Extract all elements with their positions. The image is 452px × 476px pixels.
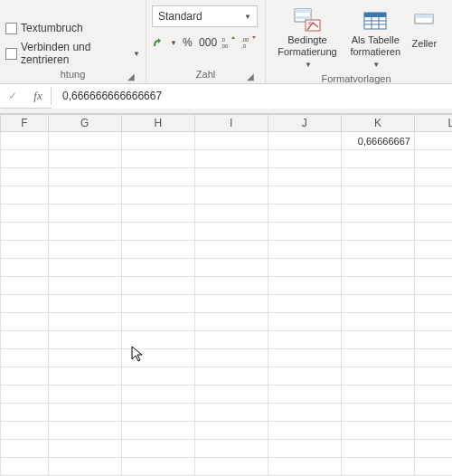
cell[interactable]: [48, 313, 121, 331]
cell[interactable]: [268, 440, 341, 458]
cell[interactable]: [1, 367, 49, 386]
cell[interactable]: [1, 186, 49, 205]
cell[interactable]: [341, 331, 414, 349]
cell[interactable]: [1, 168, 49, 186]
cell[interactable]: [194, 440, 268, 458]
cell[interactable]: [1, 440, 49, 458]
cell[interactable]: [268, 422, 341, 440]
cell[interactable]: [414, 150, 452, 168]
formula-input[interactable]: [52, 84, 452, 109]
cell[interactable]: [341, 259, 414, 277]
cell[interactable]: [194, 277, 268, 295]
cell[interactable]: [1, 313, 49, 331]
cell[interactable]: [121, 422, 194, 440]
cell[interactable]: [268, 205, 341, 223]
cell[interactable]: [268, 331, 341, 349]
cell[interactable]: [1, 241, 49, 259]
cell[interactable]: [268, 241, 341, 259]
cell[interactable]: [48, 186, 121, 205]
cell[interactable]: [48, 386, 121, 404]
cell[interactable]: [268, 150, 341, 168]
format-as-table-button[interactable]: Als Tabelle formatieren ▼: [344, 4, 408, 69]
cell[interactable]: [268, 223, 341, 241]
cell[interactable]: [414, 186, 452, 205]
cell[interactable]: [121, 132, 194, 150]
cell[interactable]: [48, 223, 121, 241]
cell[interactable]: [194, 313, 268, 331]
cell[interactable]: [268, 295, 341, 313]
dialog-launcher-icon[interactable]: ◢: [246, 72, 255, 81]
cell[interactable]: [268, 349, 341, 367]
cell[interactable]: [1, 295, 49, 313]
cell[interactable]: [121, 277, 194, 295]
cell[interactable]: [48, 331, 121, 349]
cell[interactable]: [48, 241, 121, 259]
confirm-button[interactable]: ✓: [0, 84, 25, 109]
cell[interactable]: [1, 458, 49, 476]
cell[interactable]: [194, 331, 268, 349]
cell[interactable]: [194, 458, 268, 476]
cell[interactable]: [121, 331, 194, 349]
number-format-combo[interactable]: Standard ▼: [152, 5, 258, 27]
cell[interactable]: [194, 132, 268, 150]
cell[interactable]: [414, 458, 452, 476]
cell[interactable]: [268, 386, 341, 404]
cell[interactable]: [48, 458, 121, 476]
cell[interactable]: [341, 367, 414, 386]
cell[interactable]: [341, 422, 414, 440]
cell[interactable]: [268, 367, 341, 386]
cell[interactable]: [341, 205, 414, 223]
cell[interactable]: [48, 295, 121, 313]
cell[interactable]: [1, 150, 49, 168]
column-header[interactable]: I: [194, 115, 268, 132]
currency-button[interactable]: ▼: [152, 33, 177, 52]
cell[interactable]: [121, 386, 194, 404]
cell[interactable]: [414, 295, 452, 313]
cell[interactable]: [1, 223, 49, 241]
cell[interactable]: [341, 349, 414, 367]
cell[interactable]: [341, 404, 414, 422]
cell[interactable]: [48, 150, 121, 168]
cell[interactable]: [48, 422, 121, 440]
merge-center-button[interactable]: Verbinden und zentrieren ▼: [5, 43, 140, 64]
column-header[interactable]: F: [1, 115, 49, 132]
cell[interactable]: [194, 349, 268, 367]
cell[interactable]: [194, 168, 268, 186]
cell[interactable]: [341, 223, 414, 241]
column-header[interactable]: L: [414, 115, 452, 132]
cell[interactable]: [121, 259, 194, 277]
cell[interactable]: [121, 150, 194, 168]
cell[interactable]: [194, 223, 268, 241]
increase-decimal-button[interactable]: ,0,00: [218, 33, 239, 52]
column-header[interactable]: G: [48, 115, 121, 132]
cell[interactable]: [341, 458, 414, 476]
cell[interactable]: [194, 205, 268, 223]
conditional-formatting-button[interactable]: ≠ Bedingte Formatierung ▼: [271, 4, 344, 69]
cell[interactable]: [414, 331, 452, 349]
cell[interactable]: [48, 277, 121, 295]
cell[interactable]: [48, 259, 121, 277]
cell[interactable]: [414, 404, 452, 422]
cell[interactable]: [268, 313, 341, 331]
cell[interactable]: [121, 205, 194, 223]
cell[interactable]: [414, 168, 452, 186]
cell[interactable]: [414, 349, 452, 367]
cell[interactable]: [1, 422, 49, 440]
thousands-button[interactable]: 000: [198, 33, 219, 52]
cell[interactable]: [414, 259, 452, 277]
cell[interactable]: [268, 404, 341, 422]
column-header[interactable]: K: [341, 115, 414, 132]
cell[interactable]: [121, 241, 194, 259]
cell[interactable]: [121, 313, 194, 331]
cell[interactable]: 0,66666667: [341, 132, 414, 150]
percent-button[interactable]: %: [177, 33, 198, 52]
cell[interactable]: [414, 277, 452, 295]
cell[interactable]: [121, 186, 194, 205]
cell[interactable]: [414, 422, 452, 440]
cell[interactable]: [341, 440, 414, 458]
cell[interactable]: [341, 277, 414, 295]
cell[interactable]: [48, 440, 121, 458]
cell[interactable]: [194, 259, 268, 277]
cell[interactable]: [194, 241, 268, 259]
cell[interactable]: [194, 386, 268, 404]
